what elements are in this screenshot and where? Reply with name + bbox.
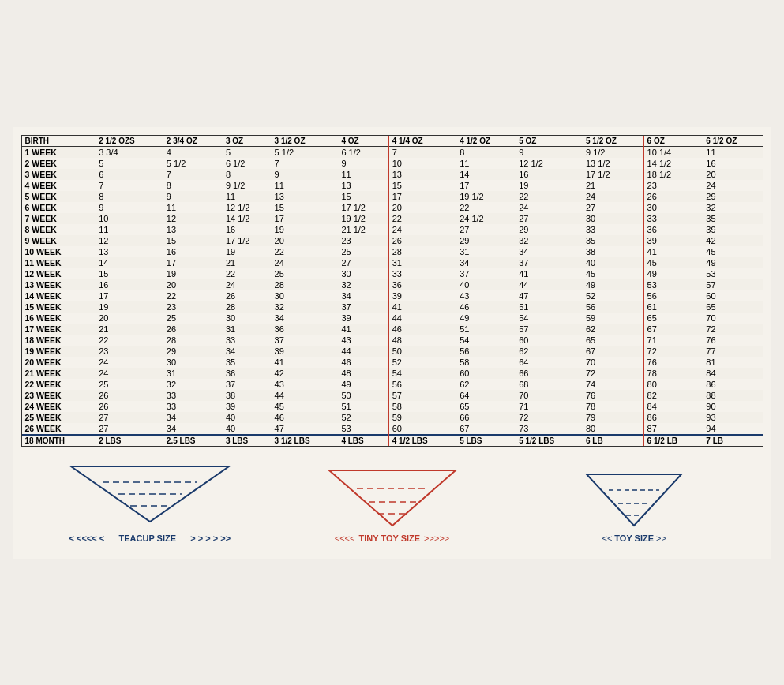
table-cell: 38: [223, 390, 272, 401]
table-cell: 54: [388, 368, 456, 379]
table-row: 20 WEEK2430354146525864707681: [22, 357, 763, 368]
svg-marker-8: [587, 474, 681, 526]
table-cell: 53: [703, 268, 762, 279]
table-cell: 71: [643, 335, 703, 346]
table-cell: 43: [338, 335, 388, 346]
table-cell: 39: [272, 346, 339, 357]
table-cell: 6 1/2: [338, 146, 388, 158]
table-row: 8 WEEK1113161921 1/2242729333639: [22, 224, 763, 235]
table-cell: 39: [223, 401, 272, 412]
table-cell: 26: [163, 324, 223, 335]
table-cell: 4 1/2 LBS: [388, 435, 456, 446]
table-row: 12 WEEK1519222530333741454953: [22, 268, 763, 279]
table-cell: 41: [643, 246, 703, 257]
tiny-toy-triangle-svg: [321, 466, 463, 533]
table-cell: 56: [456, 346, 516, 357]
table-cell: 24: [223, 279, 272, 290]
table-cell: 26: [223, 290, 272, 301]
table-cell: 41: [388, 301, 456, 313]
table-cell: 49: [583, 279, 643, 290]
table-cell: 65: [456, 401, 516, 412]
table-cell: 56: [643, 290, 703, 301]
table-cell: 49: [643, 268, 703, 279]
table-cell: 36: [272, 324, 339, 335]
table-cell: 80: [583, 423, 643, 435]
table-cell: 25: [272, 268, 339, 279]
table-cell: 32: [163, 379, 223, 390]
toy-left-arrows: <<: [602, 533, 612, 543]
table-cell: 35: [223, 357, 272, 368]
table-cell: 57: [703, 279, 762, 290]
table-cell: 48: [338, 368, 388, 379]
table-cell: 26: [96, 401, 163, 412]
table-cell: 31: [388, 257, 456, 268]
table-cell: 17 1/2: [338, 202, 388, 213]
table-row: 15 WEEK1923283237414651566165: [22, 301, 763, 313]
table-cell: 59: [583, 313, 643, 324]
table-cell: 30: [272, 290, 339, 301]
table-cell: 23: [163, 301, 223, 313]
table-row: 19 WEEK2329343944505662677277: [22, 346, 763, 357]
table-cell: 8: [163, 180, 223, 191]
table-cell: 13: [388, 169, 456, 180]
weight-chart-table-wrapper: BIRTH 2 1/2 OZS 2 3/4 OZ 3 OZ 3 1/2 OZ 4…: [21, 135, 763, 447]
table-cell: 17: [272, 213, 339, 224]
table-cell: 11: [223, 191, 272, 202]
table-cell: 5: [223, 146, 272, 158]
table-cell: 33: [643, 213, 703, 224]
table-cell: 60: [388, 423, 456, 435]
table-cell: 40: [456, 279, 516, 290]
table-cell: 37: [272, 335, 339, 346]
table-cell: 23: [643, 180, 703, 191]
table-cell: 19: [223, 246, 272, 257]
table-row: 1 WEEK3 3/4455 1/26 1/27899 1/210 1/411: [22, 146, 763, 158]
table-cell: 86: [643, 412, 703, 423]
table-cell: 45: [583, 268, 643, 279]
table-cell: 31: [456, 246, 516, 257]
table-cell: 21: [583, 180, 643, 191]
table-cell: 37: [516, 257, 583, 268]
teacup-diagram: < <<<< < TEACUP SIZE > > > > >>: [29, 462, 272, 543]
table-cell: 22: [163, 290, 223, 301]
table-cell: 45: [643, 257, 703, 268]
table-cell: 62: [456, 379, 516, 390]
table-cell: 51: [338, 401, 388, 412]
table-cell: 11: [456, 158, 516, 169]
table-cell: 54: [456, 335, 516, 346]
table-cell: 57: [388, 390, 456, 401]
table-cell: 20: [163, 279, 223, 290]
table-cell: 67: [583, 346, 643, 357]
table-row: 2 WEEK55 1/26 1/279101112 1/213 1/214 1/…: [22, 158, 763, 169]
table-cell: 4 WEEK: [22, 180, 96, 191]
table-cell: 7: [163, 169, 223, 180]
table-cell: 31: [163, 368, 223, 379]
table-cell: 51: [456, 324, 516, 335]
table-cell: 59: [388, 412, 456, 423]
table-cell: 56: [583, 301, 643, 313]
table-cell: 12: [96, 235, 163, 246]
table-cell: 8: [223, 169, 272, 180]
table-cell: 25: [163, 313, 223, 324]
table-cell: 86: [703, 379, 762, 390]
table-row: 14 WEEK1722263034394347525660: [22, 290, 763, 301]
table-row: 6 WEEK91112 1/21517 1/2202224273032: [22, 202, 763, 213]
table-cell: 67: [643, 324, 703, 335]
table-cell: 52: [338, 412, 388, 423]
table-cell: 14 WEEK: [22, 290, 96, 301]
table-cell: 30: [583, 213, 643, 224]
table-cell: 20 WEEK: [22, 357, 96, 368]
table-cell: 5 1/2: [272, 146, 339, 158]
table-cell: 77: [703, 346, 762, 357]
table-cell: 33: [163, 390, 223, 401]
diagrams-section: < <<<< < TEACUP SIZE > > > > >> <<<< TIN…: [21, 451, 763, 551]
table-cell: 43: [456, 290, 516, 301]
table-cell: 3 LBS: [223, 435, 272, 446]
toy-diagram: << TOY SIZE >>: [513, 470, 756, 543]
teacup-name: TEACUP SIZE: [119, 533, 177, 543]
table-cell: 41: [272, 357, 339, 368]
col-header-4oz: 4 OZ: [338, 136, 388, 147]
table-cell: 56: [388, 379, 456, 390]
tiny-toy-left-arrows: <<<<: [335, 533, 355, 543]
table-row: 21 WEEK2431364248546066727884: [22, 368, 763, 379]
table-cell: 65: [703, 301, 762, 313]
